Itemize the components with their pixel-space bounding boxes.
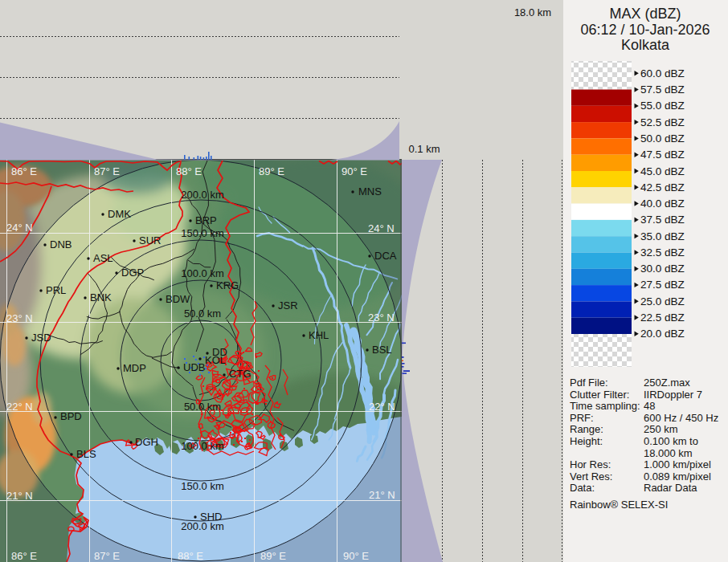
svg-text:35.0 dBZ: 35.0 dBZ bbox=[640, 230, 685, 242]
svg-text:50.0 km: 50.0 km bbox=[184, 401, 221, 413]
svg-text:150.0 km: 150.0 km bbox=[181, 227, 223, 239]
svg-text:37.5 dBZ: 37.5 dBZ bbox=[640, 214, 685, 226]
svg-text:20.0 dBZ: 20.0 dBZ bbox=[640, 328, 685, 340]
svg-text:ASL: ASL bbox=[93, 252, 113, 264]
svg-text:57.5 dBZ: 57.5 dBZ bbox=[640, 83, 685, 96]
svg-text:200.0 km: 200.0 km bbox=[181, 520, 223, 532]
svg-text:JSD: JSD bbox=[31, 332, 51, 344]
svg-text:250Z.max: 250Z.max bbox=[644, 377, 690, 389]
svg-text:MNS: MNS bbox=[358, 185, 382, 198]
svg-text:Pdf File:: Pdf File: bbox=[570, 377, 608, 389]
svg-text:87° E: 87° E bbox=[94, 165, 120, 177]
svg-text:BLS: BLS bbox=[76, 448, 96, 460]
svg-text:KRG: KRG bbox=[216, 279, 239, 291]
svg-text:47.5 dBZ: 47.5 dBZ bbox=[640, 149, 685, 161]
svg-text:DCA: DCA bbox=[374, 250, 397, 262]
svg-text:250 km: 250 km bbox=[644, 423, 678, 435]
svg-text:89° E: 89° E bbox=[260, 550, 286, 562]
svg-text:200.0 km: 200.0 km bbox=[181, 189, 223, 201]
svg-text:BPD: BPD bbox=[60, 410, 82, 422]
svg-text:BSL: BSL bbox=[372, 344, 392, 356]
svg-text:Clutter Filter:: Clutter Filter: bbox=[570, 389, 629, 401]
svg-text:06:12 / 10-Jan-2026: 06:12 / 10-Jan-2026 bbox=[580, 22, 710, 38]
svg-text:0.100 km to: 0.100 km to bbox=[644, 435, 698, 447]
svg-text:18.0 km: 18.0 km bbox=[514, 6, 551, 18]
svg-text:60.0 dBZ: 60.0 dBZ bbox=[640, 67, 685, 79]
svg-text:22° N: 22° N bbox=[6, 401, 33, 413]
svg-text:32.5 dBZ: 32.5 dBZ bbox=[640, 246, 685, 259]
svg-text:DGP: DGP bbox=[121, 267, 144, 279]
svg-text:Hor Res:: Hor Res: bbox=[570, 458, 611, 470]
svg-text:52.5 dBZ: 52.5 dBZ bbox=[640, 116, 685, 128]
svg-text:23° N: 23° N bbox=[368, 312, 395, 324]
svg-text:50.0 dBZ: 50.0 dBZ bbox=[640, 132, 685, 145]
svg-text:86° E: 86° E bbox=[11, 550, 37, 562]
svg-text:Height:: Height: bbox=[570, 435, 603, 447]
svg-text:88° E: 88° E bbox=[178, 550, 203, 562]
svg-text:Radar Data: Radar Data bbox=[644, 482, 697, 494]
svg-text:DMK: DMK bbox=[108, 208, 131, 220]
svg-text:IIRDoppler 7: IIRDoppler 7 bbox=[644, 389, 702, 401]
svg-text:22.5 dBZ: 22.5 dBZ bbox=[640, 312, 685, 324]
svg-text:100.0 km: 100.0 km bbox=[181, 440, 223, 452]
svg-text:25.0 dBZ: 25.0 dBZ bbox=[640, 295, 685, 307]
svg-text:JSR: JSR bbox=[278, 299, 298, 312]
svg-text:50.0 km: 50.0 km bbox=[184, 307, 221, 320]
svg-text:23° N: 23° N bbox=[6, 312, 33, 324]
svg-text:Range:: Range: bbox=[570, 423, 603, 435]
svg-text:CTG: CTG bbox=[229, 368, 251, 380]
svg-text:18.000 km: 18.000 km bbox=[644, 447, 693, 459]
svg-text:55.0 dBZ: 55.0 dBZ bbox=[640, 100, 685, 112]
svg-text:30.0 dBZ: 30.0 dBZ bbox=[640, 263, 685, 275]
svg-text:22° N: 22° N bbox=[369, 401, 395, 413]
svg-text:BRP: BRP bbox=[195, 214, 217, 226]
svg-text:90° E: 90° E bbox=[343, 550, 369, 562]
svg-text:24° N: 24° N bbox=[6, 222, 33, 234]
svg-text:150.0 km: 150.0 km bbox=[181, 480, 223, 492]
svg-text:100.0 km: 100.0 km bbox=[181, 267, 223, 279]
svg-text:DGH: DGH bbox=[135, 436, 158, 448]
svg-text:KHL: KHL bbox=[309, 329, 329, 341]
svg-text:MDP: MDP bbox=[123, 362, 146, 374]
svg-text:600 Hz / 450 Hz: 600 Hz / 450 Hz bbox=[644, 412, 718, 424]
svg-text:45.0 dBZ: 45.0 dBZ bbox=[640, 165, 685, 177]
svg-text:MAX (dBZ): MAX (dBZ) bbox=[609, 6, 681, 22]
svg-text:87° E: 87° E bbox=[94, 550, 120, 562]
svg-text:PRL: PRL bbox=[46, 284, 66, 296]
svg-text:0.1 km: 0.1 km bbox=[408, 143, 440, 155]
svg-text:90° E: 90° E bbox=[342, 165, 367, 177]
svg-text:88° E: 88° E bbox=[176, 165, 202, 177]
svg-text:KOL: KOL bbox=[205, 354, 226, 366]
svg-text:21° N: 21° N bbox=[6, 490, 33, 502]
svg-text:PRF:: PRF: bbox=[570, 412, 594, 424]
svg-text:DNB: DNB bbox=[50, 238, 72, 250]
svg-text:24° N: 24° N bbox=[368, 222, 395, 234]
svg-text:Rainbow® SELEX-SI: Rainbow® SELEX-SI bbox=[570, 499, 668, 511]
svg-text:89° E: 89° E bbox=[259, 165, 284, 177]
svg-text:27.5 dBZ: 27.5 dBZ bbox=[640, 279, 685, 291]
svg-text:48: 48 bbox=[644, 400, 655, 412]
svg-text:86° E: 86° E bbox=[11, 165, 37, 177]
svg-text:SUR: SUR bbox=[139, 234, 161, 246]
svg-text:1.000 km/pixel: 1.000 km/pixel bbox=[644, 458, 711, 470]
svg-text:40.0 dBZ: 40.0 dBZ bbox=[640, 198, 685, 210]
svg-text:Kolkata: Kolkata bbox=[621, 37, 670, 53]
svg-text:Vert Res:: Vert Res: bbox=[570, 470, 612, 483]
svg-text:0.089 km/pixel: 0.089 km/pixel bbox=[644, 470, 711, 483]
svg-text:Time sampling:: Time sampling: bbox=[570, 400, 640, 412]
svg-text:42.5 dBZ: 42.5 dBZ bbox=[640, 181, 685, 193]
svg-text:BDW: BDW bbox=[166, 293, 190, 305]
svg-text:BNK: BNK bbox=[90, 291, 112, 303]
svg-text:21° N: 21° N bbox=[369, 489, 395, 501]
svg-text:Data:: Data: bbox=[570, 482, 595, 494]
svg-text:UDB: UDB bbox=[183, 361, 205, 373]
